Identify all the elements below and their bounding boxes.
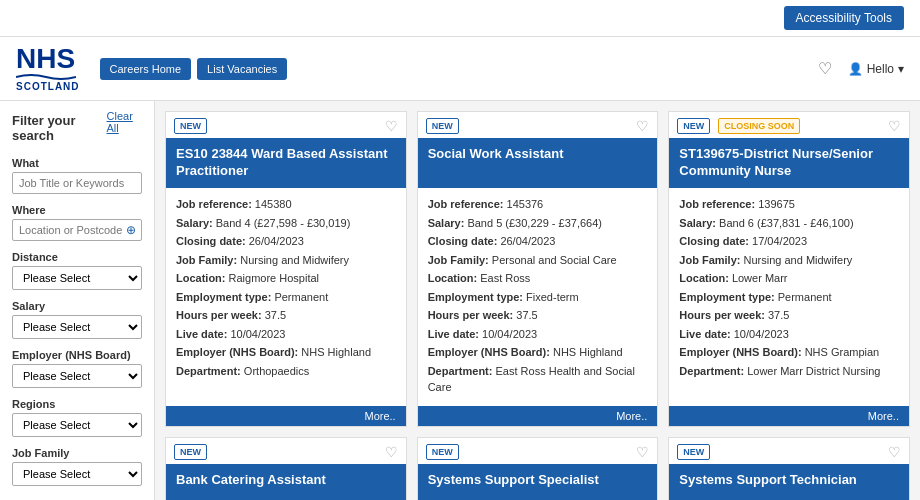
job-card: NEW ♡ Bank Catering Assistant More.. xyxy=(165,437,407,501)
field-closing-date: Closing date: 26/04/2023 xyxy=(176,233,396,250)
where-input-wrapper: ⊕ xyxy=(12,219,142,241)
field-job-family: Job Family: Personal and Social Care xyxy=(428,252,648,269)
field-employment-type: Employment type: Permanent xyxy=(679,289,899,306)
sidebar: Filter your search Clear All What Where … xyxy=(0,101,155,500)
badges-row: NEW xyxy=(174,444,211,460)
badges-row: NEW xyxy=(174,118,211,134)
job-card: NEW CLOSING SOON ♡ ST139675-District Nur… xyxy=(668,111,910,427)
main-layout: Filter your search Clear All What Where … xyxy=(0,101,920,500)
nav-buttons: Careers Home List Vacancies xyxy=(100,58,288,80)
card-title[interactable]: Systems Support Specialist xyxy=(418,464,658,501)
top-bar: Accessibility Tools xyxy=(0,0,920,37)
list-vacancies-button[interactable]: List Vacancies xyxy=(197,58,287,80)
header-heart-icon[interactable]: ♡ xyxy=(818,59,832,78)
job-card: NEW ♡ ES10 23844 Ward Based Assistant Pr… xyxy=(165,111,407,427)
field-employer: Employer (NHS Board): NHS Highland xyxy=(176,344,396,361)
card-heart-icon[interactable]: ♡ xyxy=(888,118,901,134)
field-salary: Salary: Band 4 (£27,598 - £30,019) xyxy=(176,215,396,232)
card-more-button[interactable]: More.. xyxy=(669,406,909,426)
field-department: Department: Lower Marr District Nursing xyxy=(679,363,899,380)
card-top: NEW ♡ xyxy=(418,438,658,464)
card-heart-icon[interactable]: ♡ xyxy=(636,444,649,460)
card-title[interactable]: Bank Catering Assistant xyxy=(166,464,406,501)
badges-row: NEW xyxy=(426,118,463,134)
field-employer: Employer (NHS Board): NHS Grampian xyxy=(679,344,899,361)
field-hours: Hours per week: 37.5 xyxy=(176,307,396,324)
card-body: Job reference: 145376 Salary: Band 5 (£3… xyxy=(418,188,658,406)
field-employment-type: Employment type: Permanent xyxy=(176,289,396,306)
sidebar-title: Filter your search xyxy=(12,113,107,143)
distance-select[interactable]: Please Select xyxy=(12,266,142,290)
field-hours: Hours per week: 37.5 xyxy=(679,307,899,324)
geo-icon[interactable]: ⊕ xyxy=(126,223,136,237)
new-badge: NEW xyxy=(426,118,459,134)
where-label: Where xyxy=(12,204,142,216)
card-title[interactable]: Social Work Assistant xyxy=(418,138,658,188)
card-heart-icon[interactable]: ♡ xyxy=(385,444,398,460)
job-family-select[interactable]: Please Select xyxy=(12,462,142,486)
field-location: Location: Lower Marr xyxy=(679,270,899,287)
new-badge: NEW xyxy=(677,444,710,460)
field-job-family: Job Family: Nursing and Midwifery xyxy=(176,252,396,269)
nhs-logo-text: NHS xyxy=(16,45,75,73)
accessibility-button[interactable]: Accessibility Tools xyxy=(784,6,904,30)
field-reference: Job reference: 145380 xyxy=(176,196,396,213)
field-live-date: Live date: 10/04/2023 xyxy=(176,326,396,343)
field-closing-date: Closing date: 17/04/2023 xyxy=(679,233,899,250)
job-card: NEW ♡ Systems Support Specialist More.. xyxy=(417,437,659,501)
card-title[interactable]: ES10 23844 Ward Based Assistant Practiti… xyxy=(166,138,406,188)
field-location: Location: Raigmore Hospital xyxy=(176,270,396,287)
field-employer: Employer (NHS Board): NHS Highland xyxy=(428,344,648,361)
field-department: Department: East Ross Health and Social … xyxy=(428,363,648,396)
new-badge: NEW xyxy=(174,444,207,460)
badges-row: NEW xyxy=(677,444,714,460)
job-family-label: Job Family xyxy=(12,447,142,459)
field-salary: Salary: Band 6 (£37,831 - £46,100) xyxy=(679,215,899,232)
user-menu-button[interactable]: 👤 Hello ▾ xyxy=(848,62,904,76)
user-label: Hello xyxy=(867,62,894,76)
where-input[interactable] xyxy=(12,219,142,241)
field-live-date: Live date: 10/04/2023 xyxy=(428,326,648,343)
card-title[interactable]: ST139675-District Nurse/Senior Community… xyxy=(669,138,909,188)
field-live-date: Live date: 10/04/2023 xyxy=(679,326,899,343)
salary-label: Salary xyxy=(12,300,142,312)
card-more-button[interactable]: More.. xyxy=(166,406,406,426)
field-reference: Job reference: 139675 xyxy=(679,196,899,213)
job-card: NEW ♡ Systems Support Technician More.. xyxy=(668,437,910,501)
what-input[interactable] xyxy=(12,172,142,194)
card-heart-icon[interactable]: ♡ xyxy=(636,118,649,134)
clear-all-link[interactable]: Clear All xyxy=(107,110,142,134)
field-employment-type: Employment type: Fixed-term xyxy=(428,289,648,306)
employer-select[interactable]: Please Select xyxy=(12,364,142,388)
card-heart-icon[interactable]: ♡ xyxy=(888,444,901,460)
field-closing-date: Closing date: 26/04/2023 xyxy=(428,233,648,250)
card-body: Job reference: 139675 Salary: Band 6 (£3… xyxy=(669,188,909,406)
field-hours: Hours per week: 37.5 xyxy=(428,307,648,324)
card-title[interactable]: Systems Support Technician xyxy=(669,464,909,501)
card-body: Job reference: 145380 Salary: Band 4 (£2… xyxy=(166,188,406,406)
chevron-down-icon: ▾ xyxy=(898,62,904,76)
careers-home-button[interactable]: Careers Home xyxy=(100,58,192,80)
field-salary: Salary: Band 5 (£30,229 - £37,664) xyxy=(428,215,648,232)
field-department: Department: Orthopaedics xyxy=(176,363,396,380)
header: NHS SCOTLAND Careers Home List Vacancies… xyxy=(0,37,920,101)
card-top: NEW ♡ xyxy=(166,438,406,464)
nhs-logo: NHS SCOTLAND xyxy=(16,45,80,92)
field-reference: Job reference: 145376 xyxy=(428,196,648,213)
field-job-family: Job Family: Nursing and Midwifery xyxy=(679,252,899,269)
new-badge: NEW xyxy=(174,118,207,134)
badges-row: NEW xyxy=(426,444,463,460)
employer-label: Employer (NHS Board) xyxy=(12,349,142,361)
field-location: Location: East Ross xyxy=(428,270,648,287)
user-icon: 👤 xyxy=(848,62,863,76)
what-label: What xyxy=(12,157,142,169)
header-right: ♡ 👤 Hello ▾ xyxy=(818,59,904,78)
card-heart-icon[interactable]: ♡ xyxy=(385,118,398,134)
salary-select[interactable]: Please Select xyxy=(12,315,142,339)
jobs-grid: NEW ♡ ES10 23844 Ward Based Assistant Pr… xyxy=(165,111,910,500)
regions-label: Regions xyxy=(12,398,142,410)
card-more-button[interactable]: More.. xyxy=(418,406,658,426)
closing-soon-badge: CLOSING SOON xyxy=(718,118,800,134)
distance-label: Distance xyxy=(12,251,142,263)
regions-select[interactable]: Please Select xyxy=(12,413,142,437)
